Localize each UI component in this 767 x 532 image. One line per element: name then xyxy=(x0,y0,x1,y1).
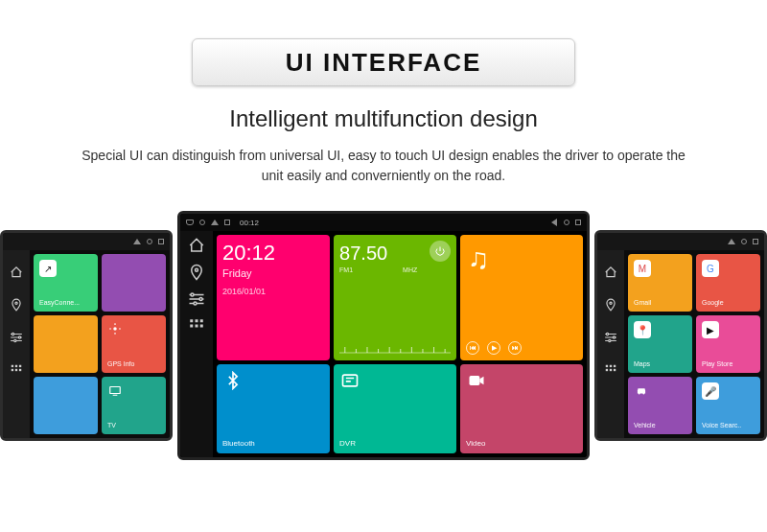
svg-rect-4 xyxy=(12,365,13,367)
prev-button[interactable]: ⏮ xyxy=(466,341,479,355)
svg-point-1 xyxy=(12,333,13,335)
radio-freq-bar[interactable] xyxy=(339,343,451,355)
gmail-icon: M xyxy=(634,260,651,277)
svg-point-0 xyxy=(15,302,17,304)
grid-icon[interactable] xyxy=(188,317,205,335)
status-bar xyxy=(3,233,170,250)
svg-rect-5 xyxy=(15,365,17,367)
pin-icon[interactable] xyxy=(604,298,617,312)
tile-clock[interactable]: 20:12 Friday 2016/01/01 xyxy=(217,235,330,360)
sliders-icon[interactable] xyxy=(604,331,617,344)
video-icon xyxy=(466,370,487,391)
grid-icon[interactable] xyxy=(10,363,23,377)
svg-rect-6 xyxy=(19,365,21,367)
status-bar xyxy=(597,233,764,250)
svg-rect-34 xyxy=(470,376,480,385)
svg-rect-42 xyxy=(606,369,608,371)
status-icon xyxy=(741,239,747,244)
sliders-icon[interactable] xyxy=(188,290,205,308)
home-icon[interactable] xyxy=(188,237,205,254)
home-icon[interactable] xyxy=(604,266,617,279)
svg-point-36 xyxy=(606,333,608,335)
tile-bluetooth[interactable]: Bluetooth xyxy=(217,364,330,453)
subtitle: Intelligent multifunction design xyxy=(0,105,767,132)
screen-center: 00:12 20:12 Friday 2016/01/01 xyxy=(177,211,590,460)
svg-point-15 xyxy=(194,302,197,305)
svg-point-3 xyxy=(14,339,16,341)
sidebar xyxy=(3,250,30,438)
tile[interactable] xyxy=(34,377,98,434)
recents-icon[interactable] xyxy=(575,220,581,225)
tile-vehicle[interactable]: Vehicle xyxy=(628,377,692,434)
tile-easyconnect[interactable]: ↗EasyConne... xyxy=(34,254,98,312)
svg-rect-41 xyxy=(614,365,616,367)
tile-playstore[interactable]: ▶Play Store xyxy=(696,315,760,373)
status-icon xyxy=(728,239,735,244)
screen-right: MGmail GGoogle 📍Maps ▶Play Store Vehicle… xyxy=(594,230,767,441)
tile[interactable] xyxy=(102,254,166,312)
screen-left: ↗EasyConne... GPS Info TV xyxy=(0,230,173,441)
svg-rect-11 xyxy=(110,387,121,394)
status-icon xyxy=(133,239,141,244)
nav-home-icon[interactable] xyxy=(564,220,569,225)
status-icon xyxy=(158,239,164,244)
svg-rect-7 xyxy=(12,369,13,371)
status-icon xyxy=(199,220,205,225)
gps-icon xyxy=(107,321,123,336)
status-clock: 00:12 xyxy=(240,219,259,227)
tile-radio[interactable]: 87.50 FM1MHZ xyxy=(334,235,456,360)
mic-icon: 🎤 xyxy=(702,382,719,400)
sidebar xyxy=(597,250,624,438)
home-icon[interactable] xyxy=(10,266,23,279)
tv-icon xyxy=(107,382,123,398)
tile-voicesearch[interactable]: 🎤Voice Searc.. xyxy=(696,377,760,434)
tile-dvr[interactable]: DVR xyxy=(334,364,456,453)
tile-gmail[interactable]: MGmail xyxy=(628,254,692,312)
svg-point-45 xyxy=(639,393,640,395)
svg-point-35 xyxy=(610,302,612,304)
tile-tv[interactable]: TV xyxy=(102,377,166,434)
svg-point-12 xyxy=(196,268,198,271)
tile-video[interactable]: Video xyxy=(460,364,583,453)
grid-icon[interactable] xyxy=(604,363,617,377)
status-icon xyxy=(211,220,219,225)
sliders-icon[interactable] xyxy=(10,331,23,344)
svg-point-38 xyxy=(609,339,611,341)
back-icon[interactable] xyxy=(551,219,557,226)
status-icon xyxy=(147,239,152,244)
pin-icon[interactable] xyxy=(188,264,205,281)
header-title: UI INTERFACE xyxy=(286,48,482,78)
tile-music[interactable]: ♫ ⏮ ▶ ⏭ xyxy=(460,235,583,360)
svg-point-13 xyxy=(191,293,194,296)
tile-gpsinfo[interactable]: GPS Info xyxy=(102,315,166,373)
svg-rect-39 xyxy=(606,365,608,367)
tile-google[interactable]: GGoogle xyxy=(696,254,760,312)
clock-date: 2016/01/01 xyxy=(222,287,266,296)
clock-day: Friday xyxy=(222,267,252,279)
easyconnect-icon: ↗ xyxy=(39,260,57,277)
home-indicator-icon[interactable] xyxy=(186,220,194,225)
play-button[interactable]: ▶ xyxy=(487,341,500,355)
svg-rect-18 xyxy=(200,319,203,322)
maps-icon: 📍 xyxy=(634,321,651,338)
svg-rect-8 xyxy=(15,369,17,371)
radio-band: FM1 xyxy=(339,266,353,273)
svg-rect-9 xyxy=(19,369,21,371)
tile[interactable] xyxy=(34,315,98,373)
tile-maps[interactable]: 📍Maps xyxy=(628,315,692,373)
svg-rect-44 xyxy=(614,369,616,371)
next-button[interactable]: ⏭ xyxy=(508,341,522,355)
clock-time: 20:12 xyxy=(222,241,275,266)
status-icon xyxy=(224,220,230,225)
status-bar: 00:12 xyxy=(180,214,587,231)
vehicle-icon xyxy=(634,382,649,398)
svg-point-10 xyxy=(113,327,117,331)
screens-row: ↗EasyConne... GPS Info TV 00:12 xyxy=(0,211,767,498)
music-note-icon: ♫ xyxy=(468,244,577,273)
pin-icon[interactable] xyxy=(10,298,23,312)
description: Special UI can distinguish from universa… xyxy=(77,146,690,186)
svg-rect-40 xyxy=(610,365,612,367)
svg-point-2 xyxy=(18,336,20,338)
svg-rect-19 xyxy=(190,325,193,328)
radio-power-icon[interactable] xyxy=(430,241,451,262)
